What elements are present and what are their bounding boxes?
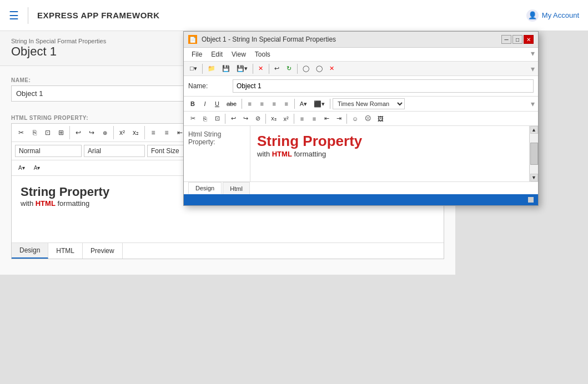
popup-rte-superscript[interactable]: x² xyxy=(280,114,292,124)
popup-rte-align-center[interactable]: ≡ xyxy=(257,99,268,109)
font-color-button[interactable]: A▾ xyxy=(31,163,44,173)
superscript-button[interactable]: x² xyxy=(116,127,128,139)
font-select[interactable]: Arial Times New Roman Courier New xyxy=(84,145,145,157)
scissors-button[interactable]: ✂ xyxy=(15,127,27,139)
popup-rte-ul[interactable]: ≡ xyxy=(309,114,320,124)
hamburger-icon[interactable]: ☰ xyxy=(9,9,19,22)
popup-minimize-button[interactable]: ─ xyxy=(501,35,511,44)
ps10 xyxy=(294,114,294,124)
popup-titlebar-buttons: ─ □ ✕ xyxy=(501,35,534,44)
popup-rte-paste[interactable]: ⊡ xyxy=(212,113,223,124)
content-html: HTML xyxy=(36,199,56,208)
popup-open-btn[interactable]: 📁 xyxy=(205,63,218,74)
popup-new-btn[interactable]: □▾ xyxy=(187,63,200,74)
redo-button[interactable]: ↪ xyxy=(86,127,98,139)
menu-edit[interactable]: Edit xyxy=(207,49,227,60)
popup-restore-button[interactable]: □ xyxy=(512,35,522,44)
ps3 xyxy=(269,64,269,74)
popup-rte-highlight[interactable]: ⬛▾ xyxy=(311,99,328,109)
bg-color-button[interactable]: A▾ xyxy=(15,163,28,173)
popup-toolbar1: □▾ 📁 💾 💾▾ ✕ ↩ ↻ ◯ ◯ ✕ ▾ xyxy=(184,62,538,76)
popup-save-btn[interactable]: 💾 xyxy=(219,63,233,74)
ps6 xyxy=(294,99,295,109)
popup-rte-outdent[interactable]: ⇤ xyxy=(321,113,332,124)
menu-view[interactable]: View xyxy=(227,49,250,60)
popup-rte-redo2[interactable]: ↪ xyxy=(240,113,251,124)
font-select-wrapper: Arial Times New Roman Courier New xyxy=(84,145,145,157)
popup-rte-align-left[interactable]: ≡ xyxy=(244,99,255,109)
scroll-up[interactable]: ▲ xyxy=(530,126,538,134)
ps2 xyxy=(253,64,253,74)
popup-menu-expand[interactable]: ▾ xyxy=(531,49,535,60)
tab-html[interactable]: HTML xyxy=(48,243,83,259)
popup-editor[interactable]: String Property with HTML formatting xyxy=(250,126,529,181)
popup-rte-image[interactable]: 🖼 xyxy=(375,114,386,124)
scroll-thumb[interactable] xyxy=(530,143,538,165)
popup-statusbar xyxy=(184,194,538,205)
popup-delete-btn[interactable]: ✕ xyxy=(255,63,267,74)
popup-toolbar1-expand[interactable]: ▾ xyxy=(531,64,535,73)
tab-design[interactable]: Design xyxy=(12,243,48,259)
app-title: EXPRESS APP FRAMEWORK xyxy=(37,11,526,20)
popup-tabs: Design Html xyxy=(184,181,538,194)
popup-name-input[interactable] xyxy=(233,79,534,93)
popup-content-with: with xyxy=(257,150,272,158)
ps4 xyxy=(297,64,298,74)
rte-tabs: Design HTML Preview xyxy=(12,242,444,259)
popup-rte-strike[interactable]: abc xyxy=(224,99,239,109)
topnav: ☰ EXPRESS APP FRAMEWORK 👤 My Account xyxy=(0,0,588,31)
status-icon xyxy=(528,197,534,203)
undo-button[interactable]: ↩ xyxy=(72,127,84,139)
paste-text-button[interactable]: ⊞ xyxy=(55,127,67,139)
popup-fwd-btn[interactable]: ◯ xyxy=(313,63,325,74)
popup-editor-col: String Property with HTML formatting xyxy=(250,126,529,181)
popup-titlebar: 📄 Object 1 - String In Special Format Pr… xyxy=(184,32,538,48)
popup-rte-emoji2[interactable]: ☹ xyxy=(362,113,374,124)
popup-rte-indent[interactable]: ⇥ xyxy=(333,113,344,124)
source-button[interactable]: ⊕ xyxy=(99,128,111,138)
popup-content-title: String Property xyxy=(257,133,522,150)
popup-stop-btn[interactable]: ✕ xyxy=(326,63,338,74)
popup-name-form: Name: xyxy=(184,76,538,97)
popup-rte-align-right[interactable]: ≡ xyxy=(269,99,280,109)
menu-file[interactable]: File xyxy=(187,49,207,60)
popup-rte-undo2[interactable]: ↩ xyxy=(228,113,239,124)
popup-back-btn[interactable]: ◯ xyxy=(300,63,312,74)
popup-rte-underline[interactable]: U xyxy=(212,99,223,109)
popup-title: Object 1 - String In Special Format Prop… xyxy=(202,36,501,43)
popup-rte-clear[interactable]: ⊘ xyxy=(252,113,263,124)
subscript-button[interactable]: x₂ xyxy=(129,127,142,139)
content-with: with xyxy=(21,199,36,208)
popup-rte-cut[interactable]: ✂ xyxy=(187,113,198,124)
popup-rte-bold[interactable]: B xyxy=(187,99,198,109)
paste-button[interactable]: ⊡ xyxy=(42,127,54,139)
scroll-down[interactable]: ▼ xyxy=(530,174,538,181)
popup-tab-design[interactable]: Design xyxy=(188,182,222,194)
popup-close-button[interactable]: ✕ xyxy=(524,35,534,44)
popup-undo-btn[interactable]: ↩ xyxy=(272,63,283,74)
copy-button[interactable]: ⎘ xyxy=(28,127,41,139)
popup-rte-expand1[interactable]: ▾ xyxy=(531,99,535,108)
popup-rte-subscript[interactable]: x₂ xyxy=(268,113,279,124)
style-select[interactable]: Normal Heading 1 Heading 2 xyxy=(15,145,82,157)
ps9 xyxy=(265,114,266,124)
my-account-link[interactable]: 👤 My Account xyxy=(526,9,579,22)
popup-rte-ol[interactable]: ≡ xyxy=(296,114,308,124)
tab-preview[interactable]: Preview xyxy=(83,243,123,259)
sep3 xyxy=(144,126,145,139)
popup-rte-font-color[interactable]: A▾ xyxy=(297,99,310,109)
popup-redo-btn[interactable]: ↻ xyxy=(284,63,295,74)
popup-scrollbar[interactable]: ▲ ▼ xyxy=(529,126,538,181)
popup-rte-emoji[interactable]: ☺ xyxy=(349,114,361,124)
nav-divider xyxy=(28,7,28,24)
popup-save2-btn[interactable]: 💾▾ xyxy=(234,63,250,74)
menu-tools[interactable]: Tools xyxy=(250,49,275,60)
popup-rte-copy[interactable]: ⎘ xyxy=(199,114,210,124)
popup-rte-italic[interactable]: I xyxy=(199,99,210,109)
ordered-list-button[interactable]: ≡ xyxy=(147,127,159,139)
popup-font-select[interactable]: Times New Roman Arial Verdana xyxy=(333,98,405,109)
popup-tab-html[interactable]: Html xyxy=(223,182,250,194)
popup-name-label: Name: xyxy=(188,82,233,90)
unordered-list-button[interactable]: ≡ xyxy=(160,127,173,139)
popup-rte-align-justify[interactable]: ≡ xyxy=(281,99,292,109)
